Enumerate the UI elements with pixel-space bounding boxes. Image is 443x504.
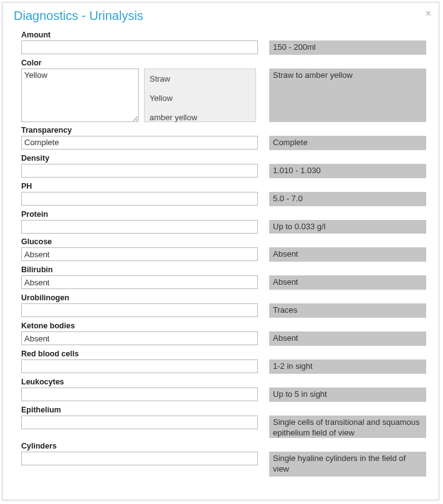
field-ph: PH 5.0 - 7.0 [21,182,427,206]
field-urobilinogen: Urobilinogen Traces [21,293,427,318]
label-rbc: Red blood cells [21,349,427,358]
field-amount: Amount 150 - 200ml [21,31,427,55]
ref-cylinders: Single hyaline cylinders in the field of… [269,452,426,477]
label-cylinders: Cylinders [21,442,427,450]
input-leukocytes[interactable] [21,388,258,401]
input-density[interactable] [21,164,258,178]
ref-ph: 5.0 - 7.0 [269,192,426,206]
input-epithelium[interactable] [21,416,258,429]
label-ketone: Ketone bodies [21,321,427,330]
ref-bilirubin: Absent [269,275,426,290]
ref-epithelium: Single cells of transitional and squamou… [269,416,426,438]
field-glucose: Glucose Absent [21,237,427,262]
color-options[interactable]: Straw Yellow amber yellow [144,69,256,122]
field-bilirubin: Bilirubin Absent [21,265,427,290]
label-protein: Protein [21,210,427,219]
color-option-amber[interactable]: amber yellow [150,110,250,130]
color-option-straw[interactable]: Straw [150,72,250,91]
form-content: Amount 150 - 200ml Color Yellow Straw Ye… [2,31,439,477]
input-ph[interactable] [21,192,258,206]
input-urobilinogen[interactable] [21,303,258,317]
ref-ketone: Absent [269,331,426,346]
input-protein[interactable] [21,220,258,234]
label-density: Density [21,154,427,163]
color-option-yellow[interactable]: Yellow [150,91,250,110]
label-amount: Amount [21,31,427,39]
ref-glucose: Absent [269,247,426,262]
dialog-title: Diagnostics - Urinalysis [14,9,143,22]
ref-color: Straw to amber yellow [269,69,426,122]
input-bilirubin[interactable] [21,275,258,289]
input-ketone[interactable] [21,331,258,345]
label-glucose: Glucose [21,237,427,246]
label-urobilinogen: Urobilinogen [21,293,427,302]
label-epithelium: Epithelium [21,406,427,414]
label-bilirubin: Bilirubin [21,265,427,274]
input-rbc[interactable] [21,359,258,373]
ref-urobilinogen: Traces [269,303,426,318]
label-ph: PH [21,182,427,191]
input-color[interactable]: Yellow [21,69,139,122]
field-color: Color Yellow Straw Yellow amber yellow S… [21,59,427,122]
ref-transparency: Complete [269,136,426,150]
ref-density: 1.010 - 1.030 [269,164,426,178]
input-cylinders[interactable] [21,452,258,465]
ref-leukocytes: Up to 5 in sight [269,388,426,402]
ref-amount: 150 - 200ml [269,40,426,55]
field-ketone: Ketone bodies Absent [21,321,427,346]
input-transparency[interactable] [21,136,258,150]
ref-protein: Up to 0.033 g/l [269,220,426,234]
field-leukocytes: Leukocytes Up to 5 in sight [21,378,427,402]
ref-rbc: 1-2 in sight [269,359,426,374]
field-epithelium: Epithelium Single cells of transitional … [21,406,427,438]
label-color: Color [21,59,427,67]
dialog-window: Diagnostics - Urinalysis × Amount 150 - … [2,2,439,500]
dialog-header: Diagnostics - Urinalysis × [2,2,439,31]
field-density: Density 1.010 - 1.030 [21,154,427,178]
field-protein: Protein Up to 0.033 g/l [21,210,427,234]
label-leukocytes: Leukocytes [21,378,427,386]
input-amount[interactable] [21,40,258,54]
close-icon[interactable]: × [426,9,431,19]
field-rbc: Red blood cells 1-2 in sight [21,349,427,374]
field-cylinders: Cylinders Single hyaline cylinders in th… [21,442,427,477]
input-glucose[interactable] [21,247,258,261]
